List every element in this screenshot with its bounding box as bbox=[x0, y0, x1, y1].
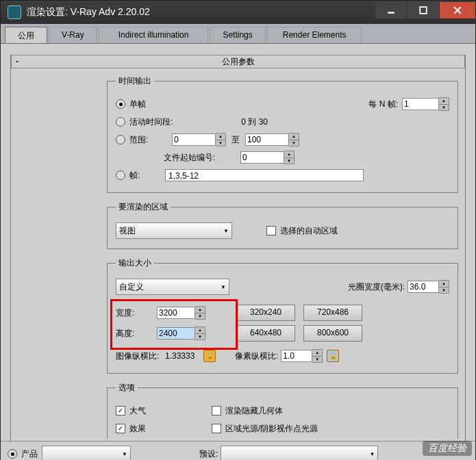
label-atmosphere: 大气 bbox=[129, 405, 212, 417]
radio-range[interactable] bbox=[116, 135, 125, 144]
legend-area: 要渲染的区域 bbox=[116, 201, 171, 213]
tab-indirect-illumination[interactable]: Indirect illumination bbox=[99, 27, 209, 43]
rollup-common-params[interactable]: - 公用参数 bbox=[11, 55, 465, 68]
lock-image-aspect-icon[interactable]: 🔒 bbox=[203, 350, 216, 362]
watermark: 百度经验 bbox=[423, 441, 472, 456]
app-icon bbox=[8, 5, 21, 19]
radio-frames[interactable] bbox=[116, 170, 125, 180]
tab-render-elements[interactable]: Render Elements bbox=[267, 27, 362, 43]
label-frames: 帧: bbox=[129, 170, 140, 181]
input-file-start[interactable] bbox=[240, 151, 284, 164]
tab-bar: 公用 V-Ray Indirect illumination Settings … bbox=[1, 24, 475, 44]
svg-rect-1 bbox=[420, 7, 427, 14]
spinner-width[interactable]: ▲▼ bbox=[157, 306, 205, 320]
bottom-bar: 产品 ▼ 预设: ▼ bbox=[1, 441, 475, 460]
preset-800x600-button[interactable]: 800x600 bbox=[303, 325, 362, 342]
check-area-shadow[interactable] bbox=[212, 424, 221, 433]
tab-vray[interactable]: V-Ray bbox=[49, 27, 97, 43]
window-title: 渲染设置: V-Ray Adv 2.20.02 bbox=[27, 6, 375, 18]
input-range-start[interactable] bbox=[172, 133, 216, 146]
label-effects: 效果 bbox=[129, 423, 212, 435]
window: 渲染设置: V-Ray Adv 2.20.02 公用 V-Ray Indirec… bbox=[0, 0, 476, 460]
input-every-n[interactable] bbox=[402, 98, 439, 110]
spinner-range-start[interactable]: ▲▼ bbox=[172, 133, 226, 146]
group-time-output: 时间输出 单帧 每 N 帧: ▲▼ 活动时间 bbox=[107, 75, 458, 193]
tab-common[interactable]: 公用 bbox=[5, 27, 47, 43]
label-width: 宽度: bbox=[116, 307, 157, 319]
spinner-every-n[interactable]: ▲▼ bbox=[402, 97, 449, 111]
label-auto-region: 选择的自动区域 bbox=[280, 225, 338, 237]
rollup-toggle-icon: - bbox=[16, 55, 18, 68]
preset-720x486-button[interactable]: 720x486 bbox=[303, 305, 362, 321]
label-active-range-value: 0 到 30 bbox=[206, 116, 268, 128]
spinner-range-end[interactable]: ▲▼ bbox=[245, 133, 299, 146]
dropdown-preset[interactable]: ▼ bbox=[221, 446, 378, 460]
minimize-button[interactable] bbox=[375, 2, 407, 18]
label-file-start: 文件起始编号: bbox=[164, 152, 240, 164]
tab-settings[interactable]: Settings bbox=[210, 27, 265, 43]
input-height[interactable] bbox=[157, 327, 195, 340]
check-atmosphere[interactable] bbox=[116, 406, 125, 416]
input-range-end[interactable] bbox=[245, 133, 289, 146]
spinner-file-start[interactable]: ▲▼ bbox=[240, 151, 295, 164]
legend-size: 输出大小 bbox=[116, 257, 154, 269]
check-auto-region[interactable] bbox=[266, 226, 276, 235]
window-controls bbox=[375, 6, 475, 18]
svg-rect-0 bbox=[388, 12, 394, 13]
legend-options: 选项 bbox=[116, 382, 138, 394]
group-options: 选项 大气 渲染隐藏几何体 效果 区域光源/阴影视作点光源 bbox=[107, 382, 458, 439]
spinner-height[interactable]: ▲▼ bbox=[157, 327, 205, 340]
check-hidden-geometry[interactable] bbox=[212, 406, 221, 416]
check-effects[interactable] bbox=[116, 424, 125, 433]
dropdown-area-preset[interactable]: 视图▼ bbox=[116, 222, 232, 239]
value-image-aspect: 1.33333 bbox=[165, 351, 203, 361]
lock-pixel-aspect-icon[interactable]: 🔒 bbox=[327, 350, 339, 362]
input-aperture[interactable] bbox=[408, 281, 439, 293]
label-preset: 预设: bbox=[199, 448, 218, 460]
dropdown-area-value: 视图 bbox=[119, 225, 136, 237]
label-to: 至 bbox=[231, 134, 240, 146]
label-product: 产品 bbox=[21, 448, 38, 460]
legend-time: 时间输出 bbox=[116, 75, 154, 87]
label-height: 高度: bbox=[116, 328, 157, 340]
maximize-button[interactable] bbox=[407, 2, 439, 18]
radio-product[interactable] bbox=[8, 449, 17, 459]
title-bar: 渲染设置: V-Ray Adv 2.20.02 bbox=[1, 1, 475, 24]
label-single-frame: 单帧 bbox=[129, 99, 146, 110]
label-range: 范围: bbox=[129, 134, 148, 146]
dropdown-size-preset[interactable]: 自定义▼ bbox=[116, 279, 229, 295]
radio-active-range[interactable] bbox=[116, 117, 125, 127]
dropdown-size-value: 自定义 bbox=[119, 281, 144, 293]
panel-body: - 公用参数 时间输出 单帧 每 N 帧: ▲▼ bbox=[1, 44, 475, 441]
rollup-title: 公用参数 bbox=[222, 57, 255, 66]
label-every-n: 每 N 帧: bbox=[368, 99, 398, 110]
preset-320x240-button[interactable]: 320x240 bbox=[236, 305, 295, 321]
preset-640x480-button[interactable]: 640x480 bbox=[236, 325, 295, 342]
radio-single-frame[interactable] bbox=[116, 99, 125, 109]
label-area-shadow: 区域光源/阴影视作点光源 bbox=[225, 423, 318, 435]
input-width[interactable] bbox=[157, 307, 195, 319]
label-aperture: 光圈宽度(毫米): bbox=[348, 281, 405, 293]
group-output-size: 输出大小 自定义▼ 光圈宽度(毫米): ▲▼ 宽度: bbox=[107, 257, 458, 374]
close-button[interactable] bbox=[439, 2, 475, 18]
label-pixel-aspect: 像素纵横比: bbox=[235, 350, 278, 362]
group-render-area: 要渲染的区域 视图▼ 选择的自动区域 bbox=[107, 201, 458, 249]
label-image-aspect: 图像纵横比: bbox=[116, 350, 165, 362]
input-frames[interactable]: 1,3,5-12 bbox=[165, 169, 364, 181]
dropdown-product[interactable]: ▼ bbox=[42, 446, 131, 460]
label-active-range: 活动时间段: bbox=[129, 116, 173, 128]
spinner-pixel-aspect[interactable]: ▲▼ bbox=[281, 349, 323, 363]
input-pixel-aspect[interactable] bbox=[281, 350, 312, 362]
spinner-aperture[interactable]: ▲▼ bbox=[408, 280, 449, 294]
label-hidden-geometry: 渲染隐藏几何体 bbox=[225, 405, 283, 417]
